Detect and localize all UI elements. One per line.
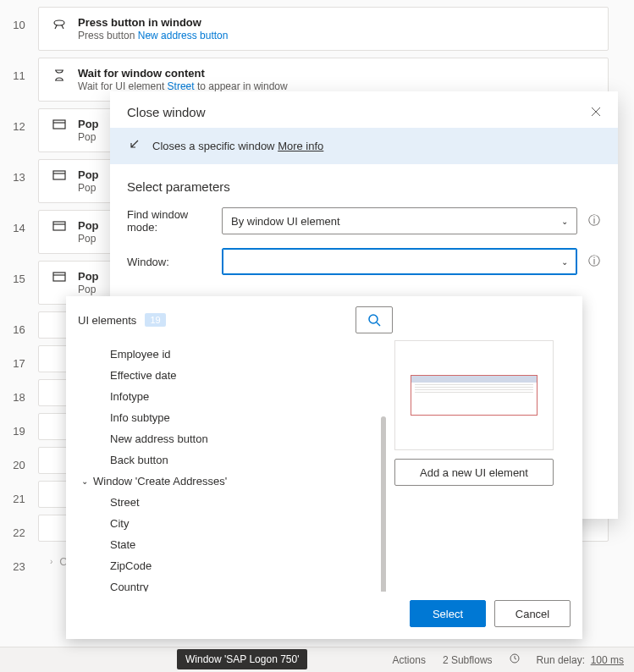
tree-item[interactable]: State (66, 534, 388, 555)
step-number: 18 (0, 379, 38, 404)
svg-rect-5 (53, 222, 65, 230)
step-number: 19 (0, 413, 38, 438)
find-mode-label: Find window mode: (127, 208, 212, 234)
ui-elements-tree[interactable]: Employee id Effective date Infotype Info… (66, 340, 388, 592)
step-desc: Press button New address button (78, 30, 596, 41)
chevron-down-icon: ⌄ (561, 217, 568, 226)
window-icon (51, 270, 68, 282)
svg-point-11 (369, 315, 378, 323)
status-bar: Actions 2 Subflows Run delay: 100 ms (0, 647, 634, 672)
step-desc: Wait for UI element Street to appear in … (78, 80, 596, 92)
hourglass-icon (51, 67, 68, 82)
step-number: 21 (0, 481, 38, 505)
tree-item[interactable]: Back button (66, 449, 388, 471)
close-icon[interactable] (591, 106, 601, 119)
step-number: 23 (0, 548, 38, 573)
window-icon (51, 168, 68, 180)
step-number: 20 (0, 447, 38, 471)
tree-item[interactable]: Info subtype (66, 407, 388, 428)
tree-item[interactable]: ZipCode (66, 555, 388, 576)
step-number: 17 (0, 345, 38, 370)
svg-point-0 (54, 20, 64, 25)
tree-item[interactable]: Country (66, 576, 388, 592)
more-info-link[interactable]: More info (278, 140, 323, 152)
svg-line-12 (377, 322, 380, 326)
popup-title: UI elements (78, 314, 136, 327)
step-number: 10 (0, 7, 38, 31)
preview-box (394, 340, 554, 450)
select-button[interactable]: Select (410, 600, 486, 627)
window-icon (51, 219, 68, 231)
preview-thumbnail (411, 375, 538, 416)
chevron-down-icon: ⌄ (561, 257, 568, 267)
tree-item[interactable]: Infotype (66, 386, 388, 407)
section-title: Select parameters (110, 164, 618, 201)
tree-item[interactable]: Street (66, 492, 388, 513)
step-number: 15 (0, 261, 38, 285)
window-label: Window: (127, 256, 212, 268)
step-number: 13 (0, 159, 38, 184)
arrow-in-icon (127, 138, 141, 154)
link-element[interactable]: Street (168, 80, 195, 92)
window-icon (51, 118, 68, 129)
find-mode-select[interactable]: By window UI element ⌄ (222, 207, 577, 234)
svg-rect-1 (53, 120, 65, 129)
press-icon (51, 16, 68, 33)
step-number: 16 (0, 311, 38, 336)
scrollbar[interactable] (381, 416, 386, 592)
step-number: 11 (0, 58, 38, 82)
svg-rect-7 (53, 273, 65, 281)
step-number: 14 (0, 210, 38, 234)
tree-item[interactable]: Employee id (66, 344, 388, 365)
window-select[interactable]: ⌄ (222, 248, 577, 275)
status-actions[interactable]: Actions (393, 654, 426, 666)
step-title: Press button in window (78, 16, 596, 29)
add-ui-element-button[interactable]: Add a new UI element (394, 459, 554, 486)
step-number: 12 (0, 108, 38, 133)
ui-elements-popup: UI elements 19 Employee id Effective dat… (66, 296, 582, 639)
step-row[interactable]: 10 Press button in window Press button N… (0, 7, 634, 51)
tree-item[interactable]: City (66, 513, 388, 534)
dialog-title: Close window (127, 105, 206, 119)
svg-rect-3 (53, 171, 65, 179)
tree-item[interactable]: Effective date (66, 365, 388, 386)
search-button[interactable] (356, 306, 393, 333)
info-icon[interactable]: ⓘ (587, 254, 601, 269)
tree-item[interactable]: New address button (66, 428, 388, 449)
clock-icon (510, 653, 520, 666)
run-delay[interactable]: Run delay: 100 ms (537, 654, 624, 666)
info-icon[interactable]: ⓘ (587, 213, 601, 229)
info-banner: Closes a specific window More info (110, 128, 618, 164)
chevron-down-icon: ⌄ (81, 476, 88, 486)
status-subflows[interactable]: 2 Subflows (443, 654, 493, 666)
step-title: Wait for window content (78, 67, 596, 80)
tree-group[interactable]: ⌄ Window 'Create Addresses' (66, 471, 388, 492)
count-badge: 19 (145, 313, 165, 327)
step-number: 22 (0, 515, 38, 539)
link-element[interactable]: New address button (138, 30, 229, 41)
chevron-right-icon[interactable]: › (50, 557, 52, 566)
tooltip: Window 'SAP Logon 750' (177, 649, 307, 669)
cancel-button[interactable]: Cancel (494, 600, 571, 627)
